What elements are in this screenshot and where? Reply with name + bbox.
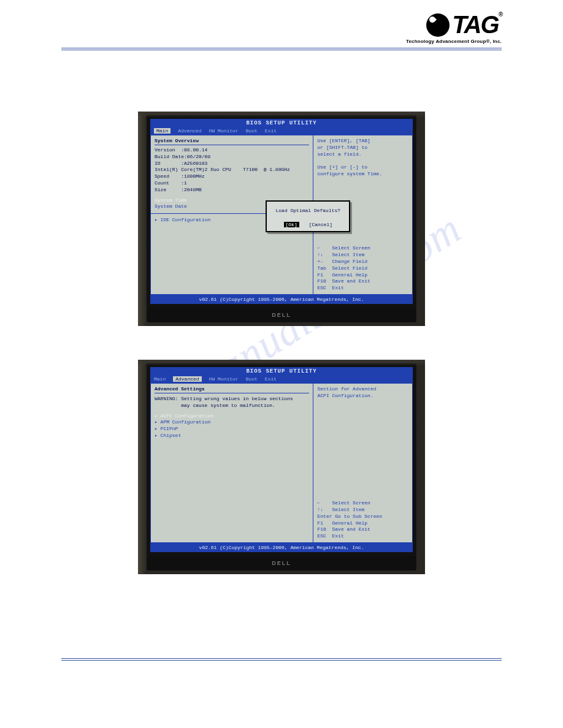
tab-advanced[interactable]: Advanced	[178, 128, 201, 134]
header-rule	[61, 48, 502, 50]
tab-hwmonitor[interactable]: HW Monitor	[209, 376, 239, 382]
info-build: Build Date:06/20/08	[155, 154, 309, 161]
info-version: Version :08.00.14	[155, 147, 309, 154]
info-size: Size :2048MB	[155, 187, 309, 194]
tab-main[interactable]: Main	[154, 128, 170, 134]
logo-subtitle: Technology Advancement Group®, Inc.	[406, 39, 502, 44]
tag-logo: TAG® Technology Advancement Group®, Inc.	[406, 11, 502, 44]
bios-footer: v02.61 (C)Copyright 1985-2006, American …	[150, 295, 413, 304]
tab-exit[interactable]: Exit	[265, 128, 277, 134]
help-description: Section for Advanced ACPI Configuration.	[317, 386, 408, 400]
logo-icon	[426, 13, 450, 37]
help-description: Use [ENTER], [TAB] or [SHIFT-TAB] to sel…	[317, 138, 408, 178]
tab-hwmonitor[interactable]: HW Monitor	[209, 128, 239, 134]
info-id: ID :A2560103	[155, 161, 309, 167]
bios-left-panel: Advanced Settings WARNING: Setting wrong…	[151, 384, 313, 542]
tab-exit[interactable]: Exit	[265, 376, 277, 382]
monitor-brand: DELL	[147, 556, 416, 571]
bios-tabs: Main Advanced HW Monitor Boot Exit	[150, 376, 413, 383]
logo-text: TAG®	[452, 11, 502, 39]
dialog-question: Load Optimal Defaults?	[267, 208, 349, 213]
info-speed: Speed :1800MHz	[155, 173, 309, 180]
document-page: TAG® Technology Advancement Group®, Inc.…	[0, 0, 563, 728]
section-heading: System Overview	[155, 138, 309, 145]
info-count: Count :1	[155, 180, 309, 187]
warning-text: WARNING: Setting wrong values in below s…	[155, 396, 309, 409]
bios-title: BIOS SETUP UTILITY	[150, 367, 413, 376]
link-chipset[interactable]: ▸ Chipset	[155, 433, 309, 439]
bios-screen-2: BIOS SETUP UTILITY Main Advanced HW Moni…	[150, 367, 413, 552]
info-cpu: Intel(R) Core(TM)2 Duo CPU T7100 @ 1.80G…	[155, 167, 309, 173]
monitor-photo-1: BIOS SETUP UTILITY Main Advanced HW Moni…	[138, 112, 425, 326]
figures-container: BIOS SETUP UTILITY Main Advanced HW Moni…	[61, 112, 502, 574]
link-acpi-config[interactable]: ▸ ACPI Configuration	[155, 413, 309, 420]
dialog-cancel-button[interactable]: [Cancel]	[309, 222, 332, 227]
bios-title: BIOS SETUP UTILITY	[150, 119, 413, 127]
dialog-ok-button[interactable]: [Ok]	[284, 222, 299, 227]
section-heading: Advanced Settings	[155, 386, 309, 393]
bios-screen-1: BIOS SETUP UTILITY Main Advanced HW Moni…	[150, 119, 413, 304]
link-pcipnp[interactable]: ▸ PCIPnP	[155, 426, 309, 433]
bios-help-panel: Section for Advanced ACPI Configuration.…	[313, 384, 412, 542]
tab-boot[interactable]: Boot	[246, 376, 258, 382]
tab-main[interactable]: Main	[154, 376, 166, 382]
monitor-brand: DELL	[147, 308, 416, 322]
bios-footer: v02.61 (C)Copyright 1985-2006, American …	[150, 543, 413, 552]
load-defaults-dialog: Load Optimal Defaults? [Ok] [Cancel]	[266, 200, 350, 232]
link-apm-config[interactable]: ▸ APM Configuration	[155, 419, 309, 426]
help-keys: ← Select Screen ↑↓ Select Item Enter Go …	[317, 500, 408, 540]
tab-advanced[interactable]: Advanced	[173, 376, 201, 382]
bios-tabs: Main Advanced HW Monitor Boot Exit	[150, 127, 413, 135]
help-keys: ← Select Screen ↑↓ Select Item +- Change…	[317, 245, 408, 292]
footer-rule	[61, 658, 502, 661]
monitor-photo-2: BIOS SETUP UTILITY Main Advanced HW Moni…	[138, 360, 425, 574]
tab-boot[interactable]: Boot	[246, 128, 258, 134]
